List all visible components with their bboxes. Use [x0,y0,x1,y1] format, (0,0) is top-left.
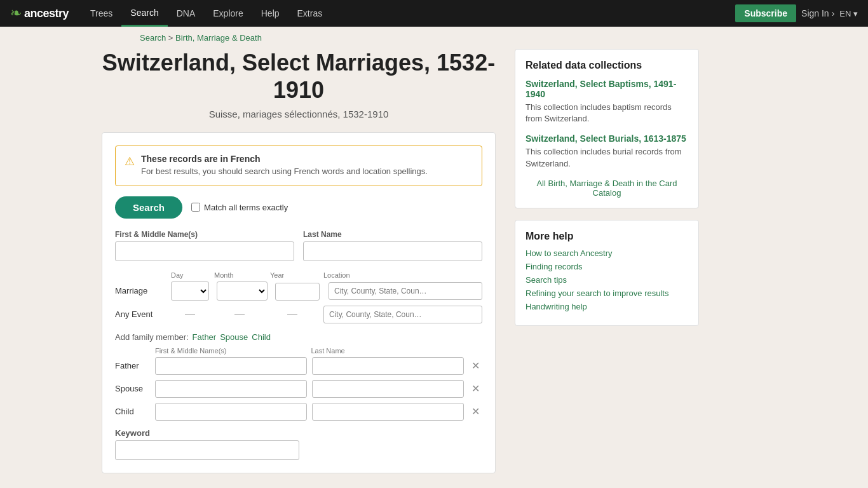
any-event-day-dash: — [171,308,209,320]
year-header: Year [270,271,315,279]
nav-item-search[interactable]: Search [121,0,167,27]
keyword-section: Keyword [115,428,482,460]
warning-icon: ⚠ [125,154,135,168]
main-content: Switzerland, Select Marriages, 1532-1910… [0,49,868,473]
marriage-month-select[interactable] [217,281,268,301]
notice-text: For best results, you should search usin… [141,166,428,177]
day-header: Day [171,271,209,279]
month-header: Month [214,271,265,279]
help-title: More help [526,231,688,242]
add-child-link[interactable]: Child [252,332,271,342]
first-name-label: First & Middle Name(s) [115,230,294,239]
father-first-input[interactable] [155,357,307,375]
top-navigation: ❧ ancestry Trees Search DNA Explore Help… [0,0,868,27]
nav-item-explore[interactable]: Explore [204,0,252,27]
logo-text: ancestry [24,7,69,20]
help-link-how-to-search[interactable]: How to search Ancestry [526,248,688,258]
marriage-date-group [171,281,320,301]
breadcrumb-search-link[interactable]: Search [140,33,166,43]
marriage-year-input[interactable] [275,283,320,301]
last-name-group: Last Name [303,230,482,261]
family-header: Add family member: Father Spouse Child [115,332,482,342]
search-button[interactable]: Search [115,196,182,219]
marriage-label: Marriage [115,286,166,295]
notice-title: These records are in French [141,154,428,164]
related-link-burials[interactable]: Switzerland, Select Burials, 1613-1875 [526,133,688,144]
keyword-label: Keyword [115,428,482,438]
related-desc-baptisms: This collection includes baptism records… [526,102,688,125]
help-link-finding-records[interactable]: Finding records [526,262,688,271]
nav-item-extras[interactable]: Extras [288,0,332,27]
breadcrumb-current-link[interactable]: Birth, Marriage & Death [175,33,262,43]
spouse-row: Spouse ✕ [115,380,482,398]
child-last-input[interactable] [312,403,464,421]
child-row: Child ✕ [115,403,482,421]
nav-item-dna[interactable]: DNA [168,0,205,27]
language-button[interactable]: EN ▾ [839,9,858,18]
father-last-input[interactable] [312,357,464,375]
spouse-first-input[interactable] [155,380,307,398]
logo-leaf-icon: ❧ [10,5,22,22]
notice-content: These records are in French For best res… [141,154,428,177]
family-name-headers: First & Middle Name(s) Last Name [155,347,482,355]
last-name-input[interactable] [303,241,482,261]
help-link-refining[interactable]: Refining your search to improve results [526,288,688,298]
related-desc-burials: This collection includes burial records … [526,146,688,169]
card-catalog-link[interactable]: All Birth, Marriage & Death in the Card … [526,179,688,198]
family-close-spacer [467,347,482,355]
father-last-group [312,357,464,375]
spouse-first-group [155,380,307,398]
any-event-location-input[interactable] [323,306,482,323]
search-form: ⚠ These records are in French For best r… [102,132,496,473]
spouse-remove-button[interactable]: ✕ [469,381,482,396]
nav-item-trees[interactable]: Trees [81,0,121,27]
nav-items: Trees Search DNA Explore Help Extras [81,0,735,27]
family-first-header: First & Middle Name(s) [155,347,306,355]
marriage-day-select[interactable] [171,281,209,301]
search-row: Search Match all terms exactly [115,196,482,219]
signin-button[interactable]: Sign In › [801,8,834,18]
signin-arrow-icon: › [832,8,835,18]
child-last-group [312,403,464,421]
logo[interactable]: ❧ ancestry [10,5,69,22]
match-label[interactable]: Match all terms exactly [191,203,288,212]
help-link-search-tips[interactable]: Search tips [526,275,688,285]
father-first-group [155,357,307,375]
add-father-link[interactable]: Father [193,332,217,342]
breadcrumb-separator: > [168,33,175,43]
subscribe-button[interactable]: Subscribe [735,4,796,22]
child-first-group [155,403,307,421]
any-event-year-dash: — [270,308,315,320]
related-link-baptisms[interactable]: Switzerland, Select Baptisms, 1491-1940 [526,79,688,99]
spouse-last-group [312,380,464,398]
nav-right: Subscribe Sign In › EN ▾ [735,4,858,22]
any-event-month-dash: — [214,308,265,320]
left-panel: Switzerland, Select Marriages, 1532-1910… [102,49,496,473]
first-name-input[interactable] [115,241,294,261]
child-remove-button[interactable]: ✕ [469,404,482,419]
location-header: Location [323,271,482,279]
nav-item-help[interactable]: Help [252,0,288,27]
match-text: Match all terms exactly [204,203,288,212]
father-label: Father [115,361,150,370]
help-link-handwriting[interactable]: Handwriting help [526,302,688,311]
family-section: Add family member: Father Spouse Child F… [115,332,482,421]
last-name-label: Last Name [303,230,482,239]
match-checkbox[interactable] [191,203,200,212]
father-row: Father ✕ [115,357,482,375]
spouse-last-input[interactable] [312,380,464,398]
father-remove-button[interactable]: ✕ [469,358,482,373]
keyword-input[interactable] [115,440,299,460]
page-subtitle: Suisse, mariages sélectionnés, 1532-1910 [102,109,496,119]
child-first-input[interactable] [155,403,307,421]
signin-label: Sign In [801,8,829,18]
spouse-label: Spouse [115,384,150,393]
right-panel: Related data collections Switzerland, Se… [515,49,699,473]
name-row: First & Middle Name(s) Last Name [115,230,482,261]
any-event-row: Any Event — — — [115,306,482,323]
add-spouse-link[interactable]: Spouse [220,332,248,342]
page-title: Switzerland, Select Marriages, 1532-1910 [102,49,496,104]
marriage-location-input[interactable] [329,282,482,300]
add-family-label: Add family member: [115,332,189,342]
first-name-group: First & Middle Name(s) [115,230,294,261]
